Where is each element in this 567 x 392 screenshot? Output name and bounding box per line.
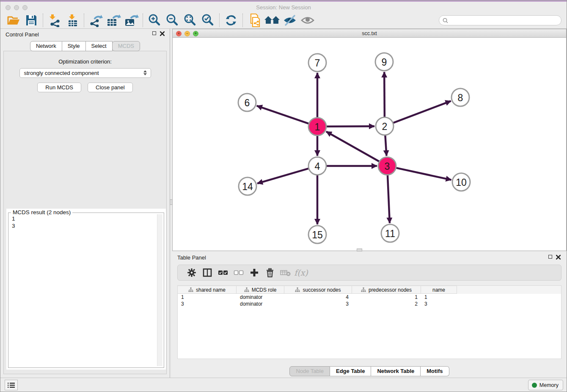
control-panel-title: Control Panel	[6, 31, 39, 38]
application-window: Session: New Session	[0, 0, 567, 392]
tab-style[interactable]: Style	[62, 41, 86, 51]
memory-button[interactable]: Memory	[528, 380, 563, 390]
table-panel-title: Table Panel	[177, 254, 206, 261]
show-all-eye-icon[interactable]	[299, 13, 317, 28]
graph-edge-2-8[interactable]	[394, 101, 451, 123]
graph-edge-1-6[interactable]	[257, 106, 308, 124]
table-cell[interactable]: 2	[352, 301, 421, 307]
tab-node-table[interactable]: Node Table	[289, 366, 330, 376]
node-table[interactable]: shared nameMCDS rolesuccessor nodesprede…	[177, 285, 561, 359]
import-network-icon[interactable]	[46, 13, 63, 28]
tab-network-table[interactable]: Network Table	[371, 366, 421, 376]
graph-node-label-6: 6	[245, 97, 250, 108]
table-cell[interactable]: dominator	[237, 301, 284, 307]
column-header-shared-name[interactable]: shared name	[178, 286, 237, 294]
zoom-fit-icon[interactable]	[181, 13, 199, 28]
close-table-panel-icon[interactable]	[556, 255, 561, 259]
mcds-result-lines: 1 3	[12, 215, 15, 229]
graph-node-label-10: 10	[456, 177, 467, 188]
column-label: successor nodes	[303, 287, 341, 293]
zoom-in-icon[interactable]	[146, 13, 163, 28]
graph-edge-2-9[interactable]	[384, 72, 385, 117]
column-layout-icon[interactable]	[199, 268, 215, 277]
export-network-icon[interactable]	[87, 13, 105, 28]
network-canvas[interactable]: 7968124314101511	[173, 38, 566, 251]
column-type-icon	[244, 287, 249, 292]
graph-edge-3-1[interactable]	[326, 132, 379, 161]
delete-row-trash-icon[interactable]	[262, 268, 278, 277]
table-settings-gear-icon[interactable]	[184, 268, 199, 277]
table-row[interactable]: 1dominator411	[178, 294, 561, 301]
control-panel-tabs: Network Style Select MCDS	[0, 41, 170, 51]
table-toolbar: f(x)	[177, 265, 561, 281]
hide-selected-eye-icon[interactable]	[281, 13, 299, 28]
select-all-icon[interactable]	[215, 268, 231, 277]
toolbar-separator	[242, 14, 243, 27]
import-table-icon[interactable]	[63, 13, 81, 28]
column-header-MCDS-role[interactable]: MCDS role	[237, 286, 284, 294]
criterion-value: strongly connected component	[24, 70, 99, 76]
tab-edge-table[interactable]: Edge Table	[330, 366, 371, 376]
float-panel-icon[interactable]	[152, 31, 156, 35]
tab-network[interactable]: Network	[30, 41, 62, 51]
refresh-icon[interactable]	[222, 13, 240, 28]
table-row[interactable]: 3dominator323	[178, 301, 561, 307]
function-builder-icon: f(x)	[293, 268, 309, 277]
open-session-icon[interactable]	[5, 13, 22, 28]
save-session-icon[interactable]	[22, 13, 40, 28]
table-cell[interactable]: dominator	[237, 294, 284, 301]
column-label: shared name	[196, 287, 226, 293]
horizontal-split-handle[interactable]	[357, 248, 362, 251]
column-label: name	[432, 287, 445, 293]
memory-status-icon	[532, 383, 537, 388]
float-table-panel-icon[interactable]	[548, 255, 552, 259]
table-cell[interactable]: 3	[421, 301, 457, 307]
add-row-icon[interactable]	[246, 268, 262, 277]
tab-mcds[interactable]: MCDS	[112, 41, 140, 51]
column-type-icon	[361, 287, 366, 292]
export-image-icon[interactable]	[122, 13, 140, 28]
dropdown-stepper-icon	[143, 70, 147, 75]
graph-edge-3-10[interactable]	[396, 168, 451, 180]
table-cell[interactable]: 1	[178, 294, 237, 301]
result-scrollbar[interactable]	[157, 214, 162, 366]
search-input[interactable]	[450, 17, 558, 23]
column-header-successor-nodes[interactable]: successor nodes	[284, 286, 352, 294]
graph-edge-1-2[interactable]	[327, 126, 374, 127]
task-history-button[interactable]	[5, 380, 18, 390]
run-mcds-button[interactable]: Run MCDS	[37, 83, 81, 92]
deselect-all-icon[interactable]	[231, 268, 246, 277]
network-window-titlebar[interactable]: × − + scc.txt	[173, 29, 566, 38]
graph-edge-3-11[interactable]	[388, 175, 390, 223]
delete-column-icon	[278, 268, 293, 277]
column-header-predecessor-nodes[interactable]: predecessor nodes	[352, 286, 421, 294]
graph-edge-4-14[interactable]	[257, 168, 308, 183]
table-cell[interactable]: 3	[178, 301, 237, 307]
control-panel: Control Panel Network Style Select MCDS …	[0, 29, 170, 378]
table-cell[interactable]: 3	[284, 301, 352, 307]
mcds-result-title: MCDS result (2 nodes)	[11, 209, 72, 215]
tab-motifs[interactable]: Motifs	[421, 366, 449, 376]
export-table-icon[interactable]	[105, 13, 122, 28]
tab-select[interactable]: Select	[86, 41, 113, 51]
column-header-name[interactable]: name	[421, 286, 457, 294]
close-panel-button[interactable]: Close panel	[88, 83, 133, 92]
status-bar: Memory	[0, 378, 567, 392]
search-field[interactable]	[439, 15, 561, 25]
table-cell[interactable]: 1	[421, 294, 457, 301]
graph-edge-2-3[interactable]	[385, 135, 386, 156]
table-body: 1dominator4113dominator323	[178, 294, 561, 307]
table-cell[interactable]: 4	[284, 294, 352, 301]
table-cell[interactable]: 1	[352, 294, 421, 301]
search-icon	[443, 18, 448, 23]
close-panel-icon[interactable]	[160, 31, 165, 36]
toolbar-separator	[143, 14, 143, 27]
zoom-selected-icon[interactable]	[199, 13, 217, 28]
table-panel: Table Panel	[172, 251, 567, 378]
duplicate-network-icon[interactable]	[245, 13, 263, 28]
zoom-out-icon[interactable]	[163, 13, 181, 28]
column-type-icon	[295, 287, 300, 292]
criterion-dropdown[interactable]: strongly connected component	[19, 68, 151, 78]
home-icon[interactable]	[263, 13, 281, 28]
memory-label: Memory	[539, 382, 559, 388]
